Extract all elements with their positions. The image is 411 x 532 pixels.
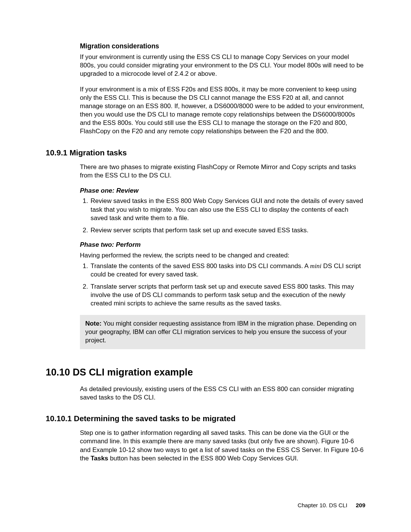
- list-item: Translate server scripts that perform ta…: [90, 283, 365, 308]
- section-ds-cli-migration-example: As detailed previously, existing users o…: [80, 385, 365, 402]
- bold-text: Tasks: [91, 455, 108, 462]
- paragraph: There are two phases to migrate existing…: [80, 163, 365, 180]
- paragraph: If your environment is currently using t…: [80, 53, 365, 78]
- footer-chapter: Chapter 10. DS CLI: [298, 502, 347, 508]
- section-migration-considerations: Migration considerations If your environ…: [80, 42, 365, 136]
- footer-page-number: 209: [356, 502, 365, 508]
- text: Translate the contents of the saved ESS …: [91, 262, 310, 270]
- paragraph: Having performed the review, the scripts…: [80, 251, 365, 260]
- heading-migration-tasks: 10.9.1 Migration tasks: [46, 147, 365, 158]
- heading-phase-two: Phase two: Perform: [80, 241, 365, 249]
- paragraph: If your environment is a mix of ESS F20s…: [80, 85, 365, 136]
- note-body: You might consider requesting assistance…: [85, 320, 357, 344]
- phase-one-list: Review saved tasks in the ESS 800 Web Co…: [80, 197, 365, 235]
- italic-text: mini: [310, 262, 322, 270]
- paragraph: As detailed previously, existing users o…: [80, 385, 365, 402]
- page-footer: Chapter 10. DS CLI 209: [298, 502, 365, 509]
- heading-ds-cli-migration-example: 10.10 DS CLI migration example: [46, 366, 365, 379]
- note-box: Note: You might consider requesting assi…: [80, 315, 365, 350]
- section-determining-saved-tasks: Step one is to gather information regard…: [80, 429, 365, 463]
- list-item: Review server scripts that perform task …: [90, 226, 365, 235]
- heading-determining-saved-tasks: 10.10.1 Determining the saved tasks to b…: [46, 413, 365, 423]
- phase-two-list: Translate the contents of the saved ESS …: [80, 262, 365, 308]
- heading-migration-considerations: Migration considerations: [80, 42, 365, 51]
- section-migration-tasks: There are two phases to migrate existing…: [80, 163, 365, 349]
- note-label: Note:: [85, 320, 102, 327]
- list-item: Review saved tasks in the ESS 800 Web Co…: [90, 197, 365, 222]
- paragraph: Step one is to gather information regard…: [80, 429, 365, 463]
- list-item: Translate the contents of the saved ESS …: [90, 262, 365, 279]
- text: button has been selected in the ESS 800 …: [108, 455, 298, 462]
- heading-phase-one: Phase one: Review: [80, 187, 365, 195]
- document-page: Migration considerations If your environ…: [0, 0, 411, 532]
